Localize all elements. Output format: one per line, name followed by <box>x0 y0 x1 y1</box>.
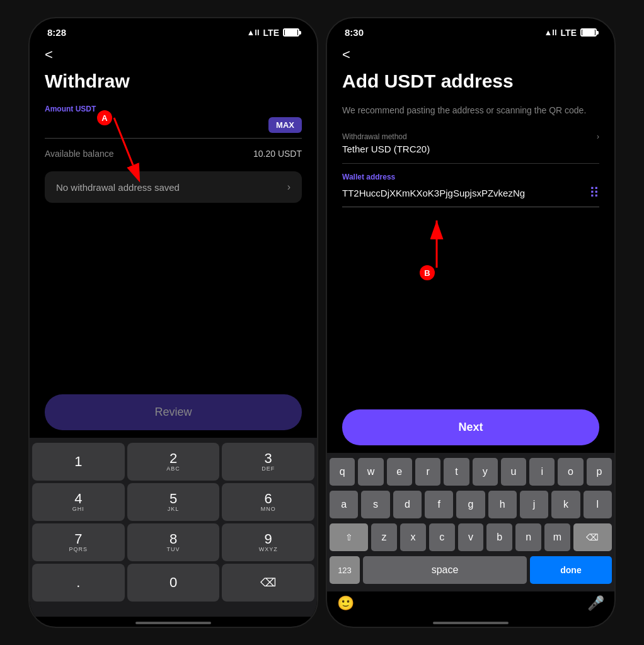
numpad: 1 2ABC 3DEF 4GHI 5JKL 6MNO 7PQRS 8TUV 9W… <box>30 438 317 617</box>
key-f[interactable]: f <box>425 491 453 518</box>
key-v[interactable]: v <box>458 523 484 551</box>
signal-icon-2: ▲ll <box>544 28 557 37</box>
page-subtitle: We recommend pasting the address or scan… <box>342 105 599 117</box>
numpad-row-4: . 0 ⌫ <box>32 564 314 602</box>
page-title-1: Withdraw <box>45 71 302 92</box>
key-dot[interactable]: . <box>32 564 125 602</box>
key-g[interactable]: g <box>456 491 485 518</box>
amount-label: Amount USDT <box>45 105 302 113</box>
key-4[interactable]: 4GHI <box>32 483 125 521</box>
key-8[interactable]: 8TUV <box>127 523 220 561</box>
key-a[interactable]: a <box>330 491 358 518</box>
mic-icon[interactable]: 🎤 <box>587 595 604 612</box>
qwerty-row-3: ⇧ z x c v b n m ⌫ <box>330 523 612 551</box>
lte-label-1: LTE <box>263 28 279 38</box>
battery-icon-2 <box>580 28 597 37</box>
amount-input[interactable] <box>45 118 268 132</box>
key-0[interactable]: 0 <box>127 564 220 602</box>
wallet-input[interactable] <box>342 188 583 198</box>
key-3[interactable]: 3DEF <box>222 443 314 481</box>
lte-label-2: LTE <box>561 28 577 38</box>
screen-add-address: 8:30 ▲ll LTE < Add USDT address We recom… <box>326 17 616 628</box>
numpad-row-1: 1 2ABC 3DEF <box>32 443 314 481</box>
shift-key[interactable]: ⇧ <box>330 523 368 551</box>
key-r[interactable]: r <box>415 458 440 486</box>
key-l[interactable]: l <box>584 491 612 518</box>
key-1[interactable]: 1 <box>32 443 125 481</box>
home-indicator-2 <box>327 617 614 627</box>
withdrawal-method-section: Withdrawal method › Tether USD (TRC20) <box>342 132 599 164</box>
review-button[interactable]: Review <box>45 394 302 430</box>
key-2[interactable]: 2ABC <box>127 443 220 481</box>
key-s[interactable]: s <box>361 491 389 518</box>
qwerty-row-4: 123 space done <box>330 556 612 584</box>
key-d[interactable]: d <box>393 491 422 518</box>
key-w[interactable]: w <box>358 458 383 486</box>
key-delete[interactable]: ⌫ <box>222 564 314 602</box>
keyboard-delete-key[interactable]: ⌫ <box>573 523 612 551</box>
qr-icon[interactable]: ⠿ <box>589 185 599 202</box>
key-o[interactable]: o <box>558 458 583 486</box>
screen-withdraw: 8:28 ▲ll LTE < Withdraw Amount USDT MAX … <box>28 17 318 628</box>
qwerty-keyboard: q w e r t y u i o p a s d f g h j k <box>327 453 614 591</box>
numpad-row-2: 4GHI 5JKL 6MNO <box>32 483 314 521</box>
time-1: 8:28 <box>47 27 66 38</box>
max-button[interactable]: MAX <box>268 117 302 133</box>
key-z[interactable]: z <box>371 523 397 551</box>
emoji-mic-row: 🙂 🎤 <box>327 591 614 617</box>
method-value: Tether USD (TRC20) <box>342 144 599 154</box>
wallet-row: ⠿ <box>342 185 599 207</box>
key-5[interactable]: 5JKL <box>127 483 220 521</box>
key-j[interactable]: j <box>520 491 548 518</box>
key-n[interactable]: n <box>515 523 541 551</box>
space-key[interactable]: space <box>363 556 527 584</box>
balance-label: Available balance <box>45 149 114 159</box>
wallet-label: Wallet address <box>342 173 599 181</box>
balance-value: 10.20 USDT <box>253 149 302 159</box>
key-e[interactable]: e <box>387 458 412 486</box>
key-u[interactable]: u <box>501 458 526 486</box>
key-t[interactable]: t <box>444 458 469 486</box>
key-q[interactable]: q <box>330 458 355 486</box>
key-6[interactable]: 6MNO <box>222 483 314 521</box>
key-c[interactable]: c <box>429 523 455 551</box>
done-key[interactable]: done <box>530 556 612 584</box>
qwerty-row-2: a s d f g h j k l <box>330 491 612 518</box>
numbers-key[interactable]: 123 <box>330 556 360 584</box>
withdrawal-address-box[interactable]: No withdrawal address saved › <box>45 171 302 203</box>
key-h[interactable]: h <box>488 491 517 518</box>
key-x[interactable]: x <box>400 523 426 551</box>
key-p[interactable]: p <box>587 458 612 486</box>
battery-icon-1 <box>283 28 299 37</box>
method-chevron: › <box>597 132 599 141</box>
time-2: 8:30 <box>345 27 364 38</box>
key-y[interactable]: y <box>473 458 498 486</box>
status-bar-1: 8:28 ▲ll LTE <box>30 18 317 42</box>
key-9[interactable]: 9WXYZ <box>222 523 314 561</box>
next-button[interactable]: Next <box>342 409 599 445</box>
method-label-row: Withdrawal method › <box>342 132 599 141</box>
key-7[interactable]: 7PQRS <box>32 523 125 561</box>
chevron-right-icon: › <box>287 181 290 193</box>
signal-icon-1: ▲ll <box>247 28 260 37</box>
back-button-2[interactable]: < <box>342 42 599 71</box>
qwerty-row-1: q w e r t y u i o p <box>330 458 612 486</box>
status-bar-2: 8:30 ▲ll LTE <box>327 18 614 42</box>
page-title-2: Add USDT address <box>342 71 599 92</box>
balance-row: Available balance 10.20 USDT <box>45 149 302 159</box>
numpad-row-3: 7PQRS 8TUV 9WXYZ <box>32 523 314 561</box>
back-button-1[interactable]: < <box>45 42 302 71</box>
key-m[interactable]: m <box>544 523 570 551</box>
withdrawal-method-label: Withdrawal method <box>342 132 407 141</box>
key-k[interactable]: k <box>551 491 580 518</box>
home-indicator-1 <box>30 617 317 627</box>
no-address-text: No withdrawal address saved <box>56 182 180 193</box>
key-b[interactable]: b <box>486 523 512 551</box>
emoji-icon[interactable]: 🙂 <box>337 595 354 612</box>
key-i[interactable]: i <box>529 458 555 486</box>
amount-row: MAX <box>45 117 302 139</box>
wallet-section: Wallet address ⠿ <box>342 173 599 207</box>
